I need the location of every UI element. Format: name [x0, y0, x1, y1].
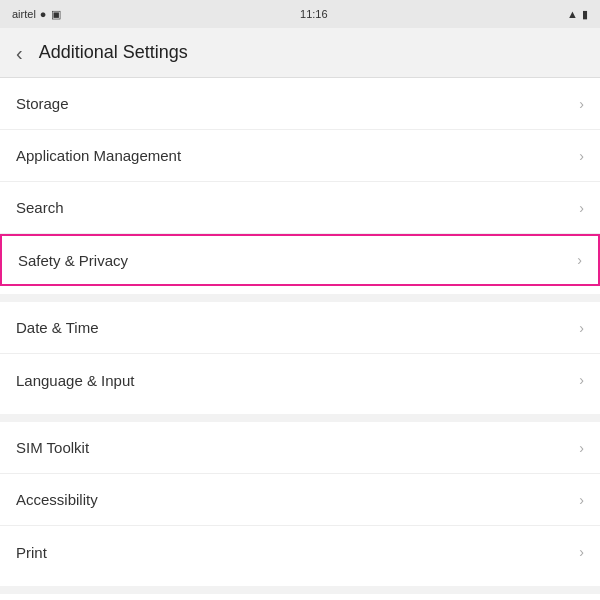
group-divider-2	[0, 414, 600, 422]
settings-group-2: Date & Time › Language & Input ›	[0, 302, 600, 406]
setting-label-storage: Storage	[16, 95, 69, 112]
signal-icon: ●	[40, 8, 47, 20]
chevron-icon-language-input: ›	[579, 372, 584, 388]
setting-item-storage[interactable]: Storage ›	[0, 78, 600, 130]
status-time: 11:16	[300, 8, 328, 20]
settings-group-1: Storage › Application Management › Searc…	[0, 78, 600, 286]
setting-item-language-input[interactable]: Language & Input ›	[0, 354, 600, 406]
chevron-icon-search: ›	[579, 200, 584, 216]
wifi-icon: ▣	[51, 8, 61, 21]
chevron-icon-safety-privacy: ›	[577, 252, 582, 268]
setting-item-backup-reset[interactable]: Back up and reset ›	[0, 594, 600, 600]
setting-item-sim-toolkit[interactable]: SIM Toolkit ›	[0, 422, 600, 474]
chevron-icon-app-management: ›	[579, 148, 584, 164]
setting-label-sim-toolkit: SIM Toolkit	[16, 439, 89, 456]
battery-icon: ▮	[582, 8, 588, 21]
status-bar: airtel ● ▣ 11:16 ▲ ▮	[0, 0, 600, 28]
setting-item-app-management[interactable]: Application Management ›	[0, 130, 600, 182]
status-right: ▲ ▮	[567, 8, 588, 21]
chevron-icon-print: ›	[579, 544, 584, 560]
signal-strength-icon: ▲	[567, 8, 578, 20]
setting-item-search[interactable]: Search ›	[0, 182, 600, 234]
chevron-icon-sim-toolkit: ›	[579, 440, 584, 456]
settings-group-4: Back up and reset ›	[0, 594, 600, 600]
setting-label-app-management: Application Management	[16, 147, 181, 164]
setting-label-search: Search	[16, 199, 64, 216]
settings-group-3: SIM Toolkit › Accessibility › Print ›	[0, 422, 600, 578]
back-button[interactable]: ‹	[16, 43, 23, 63]
chevron-icon-accessibility: ›	[579, 492, 584, 508]
setting-item-print[interactable]: Print ›	[0, 526, 600, 578]
setting-label-print: Print	[16, 544, 47, 561]
chevron-icon-storage: ›	[579, 96, 584, 112]
setting-label-language-input: Language & Input	[16, 372, 134, 389]
header: ‹ Additional Settings	[0, 28, 600, 78]
group-divider-1	[0, 294, 600, 302]
setting-label-safety-privacy: Safety & Privacy	[18, 252, 128, 269]
carrier-text: airtel	[12, 8, 36, 20]
setting-item-accessibility[interactable]: Accessibility ›	[0, 474, 600, 526]
setting-item-safety-privacy[interactable]: Safety & Privacy ›	[0, 234, 600, 286]
group-divider-3	[0, 586, 600, 594]
page-title: Additional Settings	[39, 42, 188, 63]
setting-item-date-time[interactable]: Date & Time ›	[0, 302, 600, 354]
chevron-icon-date-time: ›	[579, 320, 584, 336]
status-left: airtel ● ▣	[12, 8, 61, 21]
setting-label-accessibility: Accessibility	[16, 491, 98, 508]
settings-list: Storage › Application Management › Searc…	[0, 78, 600, 600]
setting-label-date-time: Date & Time	[16, 319, 99, 336]
